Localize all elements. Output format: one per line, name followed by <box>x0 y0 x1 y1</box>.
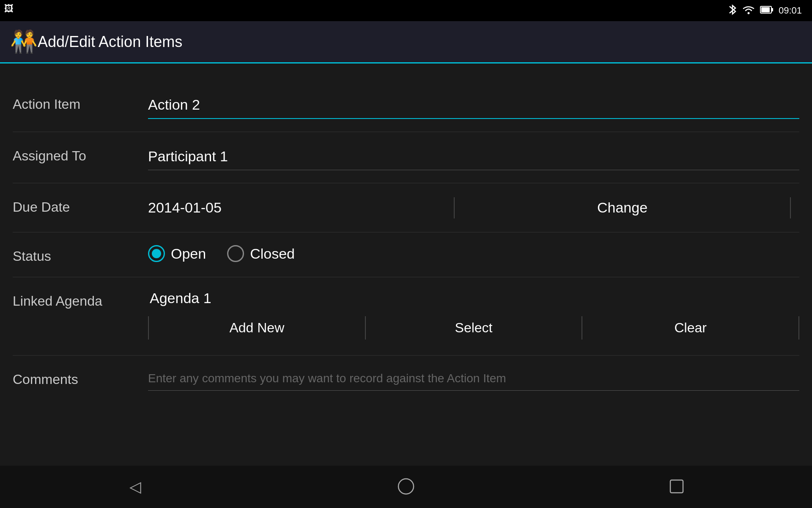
linked-agenda-field: Agenda 1 Add New Select Clear <box>148 290 799 342</box>
assigned-to-value[interactable]: Participant 1 <box>148 145 799 170</box>
add-new-button[interactable]: Add New <box>149 313 365 342</box>
closed-radio-button[interactable] <box>227 245 244 262</box>
divider-right <box>790 197 791 218</box>
comments-label: Comments <box>13 368 148 387</box>
status-icons: 09:01 <box>728 4 802 18</box>
status-time: 09:01 <box>779 5 802 16</box>
bottom-navigation: ◁ <box>0 466 812 508</box>
select-button[interactable]: Select <box>366 313 582 342</box>
due-date-value: 2014-01-05 <box>148 199 433 216</box>
action-item-label: Action Item <box>13 93 148 112</box>
wifi-icon <box>742 5 755 17</box>
svg-point-0 <box>747 12 749 14</box>
comments-row: Comments <box>13 356 799 403</box>
battery-icon <box>760 5 774 17</box>
clear-button[interactable]: Clear <box>582 313 798 342</box>
due-date-field: 2014-01-05 Change <box>148 196 799 219</box>
divider <box>454 197 455 218</box>
home-icon <box>397 478 415 497</box>
due-date-label: Due Date <box>13 196 148 215</box>
open-radio-label: Open <box>171 246 206 262</box>
status-bar: 🖼 09:01 <box>0 0 812 21</box>
comments-field[interactable] <box>148 368 799 391</box>
assigned-to-label: Assigned To <box>13 145 148 164</box>
svg-rect-2 <box>771 8 773 11</box>
open-radio-button[interactable] <box>148 245 165 262</box>
status-open-radio[interactable]: Open <box>148 245 206 262</box>
linked-agenda-value: Agenda 1 <box>148 290 799 306</box>
main-content: Action Item Assigned To Participant 1 Du… <box>0 64 812 420</box>
agenda-divider-right <box>798 316 799 340</box>
action-item-field[interactable] <box>148 93 799 119</box>
closed-radio-label: Closed <box>250 246 295 262</box>
app-icon: 🧑‍🤝‍🧑 <box>10 29 38 55</box>
home-button[interactable] <box>389 470 423 504</box>
svg-rect-5 <box>670 480 683 493</box>
agenda-buttons-row: Add New Select Clear <box>148 313 799 342</box>
status-closed-radio[interactable]: Closed <box>227 245 295 262</box>
notification-icon: 🖼 <box>4 3 14 14</box>
due-date-row: Due Date 2014-01-05 Change <box>13 183 799 232</box>
assigned-to-row: Assigned To Participant 1 <box>13 132 799 183</box>
status-label: Status <box>13 245 148 264</box>
action-item-input[interactable] <box>148 93 799 119</box>
comments-input[interactable] <box>148 368 799 391</box>
svg-point-4 <box>398 479 414 494</box>
recent-icon <box>669 478 685 496</box>
status-field: Open Closed <box>148 245 799 262</box>
header-title: Add/Edit Action Items <box>38 33 182 51</box>
bluetooth-icon <box>728 4 737 18</box>
status-row: Status Open Closed <box>13 232 799 277</box>
back-icon: ◁ <box>129 478 141 496</box>
svg-rect-3 <box>761 7 770 12</box>
assigned-to-field[interactable]: Participant 1 <box>148 145 799 170</box>
linked-agenda-label: Linked Agenda <box>13 290 148 309</box>
header: 🧑‍🤝‍🧑 Add/Edit Action Items <box>0 21 812 64</box>
back-button[interactable]: ◁ <box>118 470 152 504</box>
linked-agenda-row: Linked Agenda Agenda 1 Add New Select Cl… <box>13 277 799 355</box>
action-item-row: Action Item <box>13 80 799 132</box>
status-radio-group: Open Closed <box>148 245 799 262</box>
recent-button[interactable] <box>660 470 694 504</box>
change-date-button[interactable]: Change <box>463 196 782 219</box>
